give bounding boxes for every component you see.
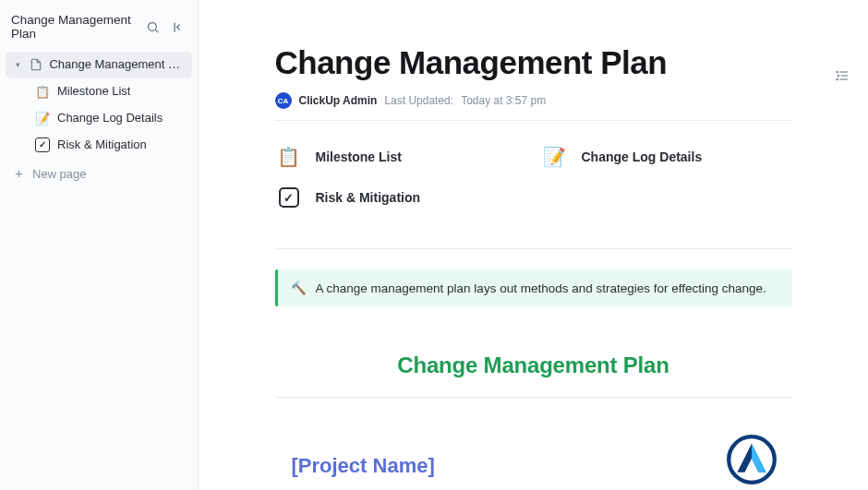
clipboard-icon: 📋 (275, 143, 303, 171)
workspace-title: Change Management Plan (11, 13, 137, 41)
tree-item-change-log[interactable]: 📝 Change Log Details (6, 105, 192, 132)
search-icon[interactable] (142, 17, 163, 37)
memo-icon: 📝 (541, 143, 569, 171)
divider (275, 397, 792, 398)
project-row: [Project Name] COMPANY NAME (275, 431, 792, 490)
tree-item-root[interactable]: ▾ Change Management Plan (6, 52, 192, 78)
sidebar-header: Change Management Plan (0, 4, 198, 50)
author-name[interactable]: ClickUp Admin (299, 94, 378, 107)
svg-point-10 (837, 78, 838, 79)
page-meta: CA ClickUp Admin Last Updated: Today at … (275, 92, 792, 109)
subpage-risk-mitigation[interactable]: Risk & Mitigation (275, 178, 526, 217)
svg-line-1 (155, 30, 158, 32)
memo-icon: 📝 (35, 111, 50, 125)
page-title[interactable]: Change Management Plan (275, 44, 792, 81)
callout[interactable]: 🔨 A change management plan lays out meth… (275, 269, 792, 306)
document-body: Change Management Plan CA ClickUp Admin … (275, 44, 792, 490)
logo-icon (723, 431, 780, 488)
new-page-button[interactable]: New page (0, 161, 198, 186)
page-tree: ▾ Change Management Plan 📋 Milestone Lis… (0, 50, 198, 160)
caret-down-icon[interactable]: ▾ (13, 59, 23, 71)
subpage-milestone-list[interactable]: 📋 Milestone List (275, 137, 526, 176)
subpage-label: Risk & Mitigation (316, 190, 421, 205)
project-name-placeholder[interactable]: [Project Name] (279, 454, 435, 478)
hammer-icon: 🔨 (291, 281, 307, 295)
subpage-label: Change Log Details (582, 149, 703, 164)
checkbox-icon: ✓ (35, 137, 50, 152)
checkbox-icon (275, 184, 303, 211)
plus-icon (13, 168, 25, 180)
author-avatar[interactable]: CA (275, 92, 292, 109)
clipboard-icon: 📋 (35, 84, 50, 99)
section-heading[interactable]: Change Management Plan (275, 353, 792, 378)
callout-text: A change management plan lays out method… (316, 281, 766, 295)
sidebar: Change Management Plan ▾ Change Manageme… (0, 0, 199, 490)
subpages-grid: 📋 Milestone List 📝 Change Log Details Ri… (275, 121, 792, 233)
outline-toggle-icon[interactable] (831, 65, 853, 87)
tree-item-label: Change Log Details (57, 110, 163, 127)
company-logo: COMPANY NAME (716, 431, 789, 490)
divider (275, 248, 792, 249)
svg-point-9 (838, 75, 838, 76)
tree-item-risk-mitigation[interactable]: ✓ Risk & Mitigation (6, 132, 192, 159)
tree-item-label: Change Management Plan (49, 56, 185, 74)
tree-item-milestone-list[interactable]: 📋 Milestone List (6, 78, 192, 105)
last-updated-label: Last Updated: (384, 94, 453, 107)
last-updated-value: Today at 3:57 pm (461, 94, 546, 107)
svg-point-0 (148, 22, 156, 30)
new-page-label: New page (32, 167, 87, 181)
tree-item-label: Risk & Mitigation (57, 137, 147, 154)
collapse-sidebar-icon[interactable] (168, 17, 188, 37)
doc-icon (29, 57, 43, 72)
tree-item-label: Milestone List (57, 83, 130, 101)
main-content: Change Management Plan CA ClickUp Admin … (199, 0, 868, 490)
svg-point-8 (837, 71, 838, 72)
subpage-label: Milestone List (316, 149, 402, 164)
subpage-change-log[interactable]: 📝 Change Log Details (541, 137, 792, 176)
